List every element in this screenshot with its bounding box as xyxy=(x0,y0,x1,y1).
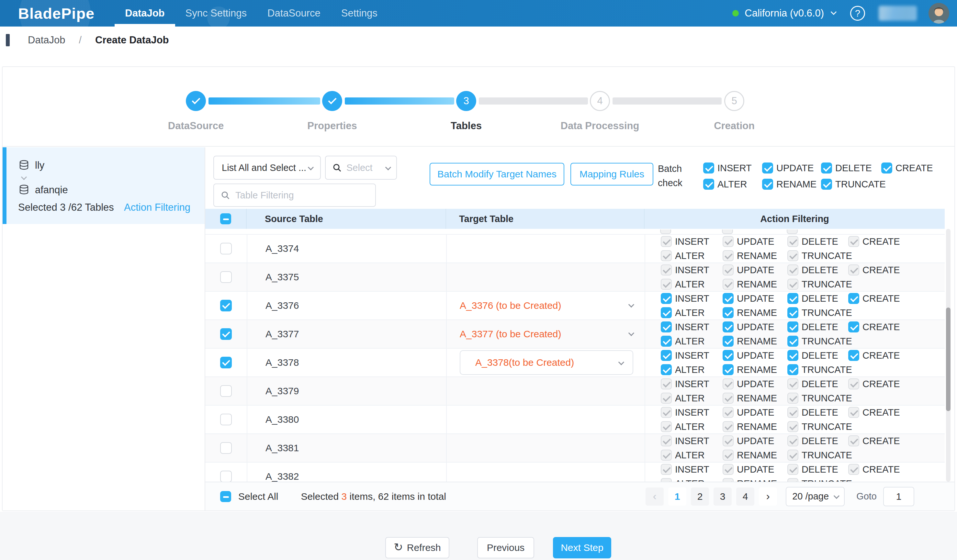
checkbox-checked-icon[interactable] xyxy=(881,162,892,174)
page-button-2[interactable]: 2 xyxy=(691,487,709,506)
table-scrollbar-thumb[interactable] xyxy=(946,308,951,411)
checkbox-checked-icon[interactable] xyxy=(661,364,672,375)
row-checkbox[interactable] xyxy=(220,442,232,454)
row-checkbox[interactable] xyxy=(220,414,232,425)
row-action-create[interactable]: CREATE xyxy=(848,322,900,333)
breadcrumb-parent[interactable]: DataJob xyxy=(28,34,65,46)
select-all-checkbox-indeterminate[interactable] xyxy=(220,491,231,502)
batch-action-rename[interactable]: RENAME xyxy=(762,178,821,190)
checkbox-checked-icon[interactable] xyxy=(787,336,798,347)
row-checkbox-checked[interactable] xyxy=(220,357,232,368)
checkbox-checked-icon[interactable] xyxy=(661,350,672,361)
page-prev-button[interactable]: ‹ xyxy=(646,487,664,506)
column-select[interactable]: Select xyxy=(325,156,397,180)
menu-item-sync-settings[interactable]: Sync Settings xyxy=(175,0,257,27)
page-size-select[interactable]: 20 /page xyxy=(786,487,845,506)
row-action-alter[interactable]: ALTER xyxy=(661,307,723,318)
row-action-alter[interactable]: ALTER xyxy=(661,364,723,375)
row-action-delete[interactable]: DELETE xyxy=(787,322,848,333)
username-redacted[interactable] xyxy=(879,6,917,21)
row-action-rename[interactable]: RENAME xyxy=(723,307,787,318)
checkbox-checked-icon[interactable] xyxy=(661,322,672,333)
menu-item-settings[interactable]: Settings xyxy=(331,0,388,27)
row-action-insert[interactable]: INSERT xyxy=(661,293,723,304)
batch-action-alter[interactable]: ALTER xyxy=(703,178,762,190)
row-checkbox[interactable] xyxy=(220,471,232,482)
checkbox-checked-icon[interactable] xyxy=(821,179,832,190)
goto-page-input[interactable] xyxy=(883,487,914,506)
checkbox-checked-icon[interactable] xyxy=(848,293,859,304)
row-action-insert[interactable]: INSERT xyxy=(661,322,723,333)
chevron-down-icon[interactable] xyxy=(629,331,633,337)
select-all-checkbox-indeterminate[interactable] xyxy=(220,213,231,224)
batch-action-delete[interactable]: DELETE xyxy=(821,162,881,174)
mapping-rules-button[interactable]: Mapping Rules xyxy=(570,163,653,186)
row-action-update[interactable]: UPDATE xyxy=(723,322,787,333)
page-button-3[interactable]: 3 xyxy=(714,487,732,506)
checkbox-checked-icon[interactable] xyxy=(723,293,734,304)
checkbox-checked-icon[interactable] xyxy=(787,293,798,304)
list-mode-select[interactable]: List All and Select ... xyxy=(213,156,321,180)
target-table-select[interactable]: A_3378(to be Created) xyxy=(460,350,633,375)
row-checkbox-checked[interactable] xyxy=(220,300,232,311)
batch-action-create[interactable]: CREATE xyxy=(881,162,933,174)
checkbox-checked-icon[interactable] xyxy=(787,364,798,375)
db-pair-item-selected[interactable]: lly afanqie Selected 3 /62 Tables Acti xyxy=(3,147,205,224)
checkbox-checked-icon[interactable] xyxy=(723,322,734,333)
checkbox-checked-icon[interactable] xyxy=(787,307,798,318)
page-button-4[interactable]: 4 xyxy=(736,487,754,506)
checkbox-checked-icon[interactable] xyxy=(661,336,672,347)
checkbox-checked-icon[interactable] xyxy=(703,179,714,190)
help-icon[interactable]: ? xyxy=(850,6,865,21)
checkbox-checked-icon[interactable] xyxy=(848,350,859,361)
checkbox-checked-icon[interactable] xyxy=(762,179,773,190)
page-button-1[interactable]: 1 xyxy=(668,487,686,506)
menu-item-datajob[interactable]: DataJob xyxy=(115,0,175,27)
chevron-down-icon[interactable] xyxy=(831,9,837,14)
next-step-button[interactable]: Next Step xyxy=(553,537,611,558)
menu-item-datasource[interactable]: DataSource xyxy=(257,0,331,27)
refresh-button[interactable]: ↻Refresh xyxy=(385,537,449,558)
row-action-rename[interactable]: RENAME xyxy=(723,336,787,347)
batch-action-truncate[interactable]: TRUNCATE xyxy=(821,178,881,190)
checkbox-checked-icon[interactable] xyxy=(787,322,798,333)
row-checkbox[interactable] xyxy=(220,243,232,254)
checkbox-checked-icon[interactable] xyxy=(703,162,714,174)
row-action-create[interactable]: CREATE xyxy=(848,350,900,361)
app-logo[interactable]: BladePipe xyxy=(18,0,95,27)
batch-modify-target-names-button[interactable]: Batch Modify Target Names xyxy=(430,163,564,186)
row-action-insert[interactable]: INSERT xyxy=(661,350,723,361)
checkbox-checked-icon[interactable] xyxy=(661,293,672,304)
row-checkbox[interactable] xyxy=(220,385,232,397)
row-action-rename[interactable]: RENAME xyxy=(723,364,787,375)
avatar[interactable] xyxy=(929,3,949,24)
previous-button[interactable]: Previous xyxy=(477,537,534,558)
row-action-create[interactable]: CREATE xyxy=(848,293,900,304)
select-all-label[interactable]: Select All xyxy=(238,491,278,502)
batch-action-update[interactable]: UPDATE xyxy=(762,162,821,174)
checkbox-checked-icon[interactable] xyxy=(762,162,773,174)
checkbox-checked-icon[interactable] xyxy=(848,322,859,333)
chevron-down-icon[interactable] xyxy=(629,303,633,309)
row-action-delete[interactable]: DELETE xyxy=(787,293,848,304)
row-checkbox-checked[interactable] xyxy=(220,328,232,340)
checkbox-checked-icon[interactable] xyxy=(723,307,734,318)
row-action-truncate[interactable]: TRUNCATE xyxy=(787,336,848,347)
row-checkbox[interactable] xyxy=(220,271,232,283)
row-action-alter[interactable]: ALTER xyxy=(661,336,723,347)
table-scrollbar[interactable] xyxy=(946,229,951,482)
page-next-button[interactable]: › xyxy=(759,487,777,506)
row-action-update[interactable]: UPDATE xyxy=(723,350,787,361)
checkbox-checked-icon[interactable] xyxy=(723,336,734,347)
row-action-delete[interactable]: DELETE xyxy=(787,350,848,361)
checkbox-checked-icon[interactable] xyxy=(723,350,734,361)
checkbox-checked-icon[interactable] xyxy=(821,162,832,174)
checkbox-checked-icon[interactable] xyxy=(723,364,734,375)
checkbox-checked-icon[interactable] xyxy=(661,307,672,318)
region-version-label[interactable]: California (v0.6.0) xyxy=(745,8,824,19)
row-action-truncate[interactable]: TRUNCATE xyxy=(787,307,848,318)
row-action-update[interactable]: UPDATE xyxy=(723,293,787,304)
checkbox-checked-icon[interactable] xyxy=(787,350,798,361)
action-filtering-link[interactable]: Action Filtering xyxy=(124,202,190,213)
row-action-truncate[interactable]: TRUNCATE xyxy=(787,364,848,375)
